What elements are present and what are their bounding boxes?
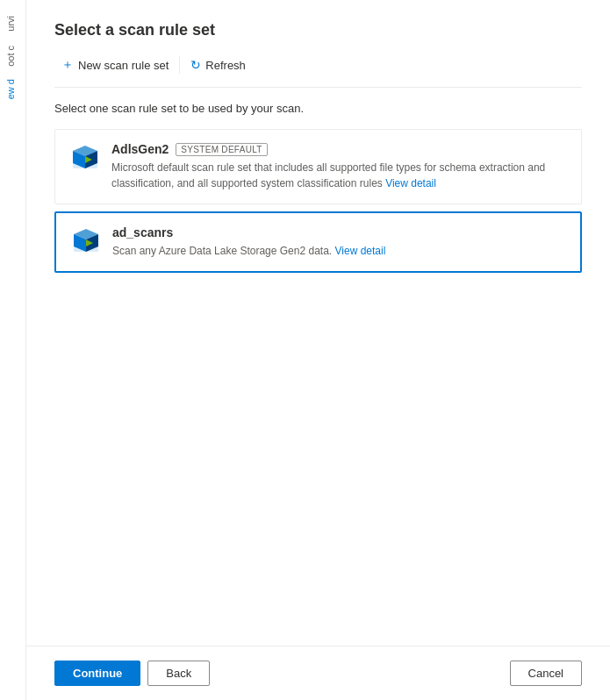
page-title: Select a scan rule set	[54, 21, 582, 39]
scan-description: Select one scan rule set to be used by y…	[54, 102, 582, 115]
cancel-button[interactable]: Cancel	[510, 661, 582, 686]
card-body-adlsgen2: AdlsGen2 SYSTEM DEFAULT Microsoft defaul…	[111, 142, 567, 191]
card-title-adlsgen2: AdlsGen2	[111, 142, 169, 156]
refresh-icon: ↻	[190, 58, 201, 72]
plus-icon: ＋	[61, 57, 74, 73]
continue-button[interactable]: Continue	[54, 661, 140, 686]
system-default-badge: SYSTEM DEFAULT	[176, 143, 267, 156]
rule-set-card-adlsgen2[interactable]: AdlsGen2 SYSTEM DEFAULT Microsoft defaul…	[54, 129, 582, 204]
toolbar: ＋ New scan rule set ↻ Refresh	[54, 54, 582, 88]
adls-icon-ad_scanrs	[70, 225, 102, 257]
view-detail-link-adlsgen2[interactable]: View detail	[385, 177, 436, 189]
new-scan-rule-set-button[interactable]: ＋ New scan rule set	[54, 54, 176, 76]
rule-sets-container: AdlsGen2 SYSTEM DEFAULT Microsoft defaul…	[54, 129, 582, 273]
panel-footer: Continue Back Cancel	[26, 646, 610, 700]
card-body-ad_scanrs: ad_scanrs Scan any Azure Data Lake Stora…	[112, 225, 566, 259]
new-scan-label: New scan rule set	[78, 59, 169, 72]
card-header-ad_scanrs: ad_scanrs	[112, 225, 566, 239]
sidebar: urvi oot c ew d	[0, 0, 26, 700]
sidebar-view-detail-link[interactable]: ew d	[0, 74, 25, 104]
rule-set-card-ad_scanrs[interactable]: ad_scanrs Scan any Azure Data Lake Stora…	[54, 211, 582, 273]
sidebar-context-subtext: oot c	[0, 39, 25, 74]
main-panel: Select a scan rule set ＋ New scan rule s…	[26, 0, 610, 700]
sidebar-context-text: urvi	[0, 9, 25, 39]
back-button[interactable]: Back	[147, 661, 210, 686]
panel-content: Select a scan rule set ＋ New scan rule s…	[26, 0, 610, 646]
view-detail-link-ad_scanrs[interactable]: View detail	[335, 245, 386, 257]
adls-icon-adlsgen2	[69, 142, 101, 174]
card-header-adlsgen2: AdlsGen2 SYSTEM DEFAULT	[111, 142, 567, 156]
card-title-ad_scanrs: ad_scanrs	[112, 225, 173, 239]
refresh-label: Refresh	[205, 59, 246, 72]
refresh-button[interactable]: ↻ Refresh	[183, 54, 253, 75]
card-description-ad_scanrs: Scan any Azure Data Lake Storage Gen2 da…	[112, 243, 566, 259]
toolbar-divider	[179, 56, 180, 74]
card-description-adlsgen2: Microsoft default scan rule set that inc…	[111, 160, 567, 191]
